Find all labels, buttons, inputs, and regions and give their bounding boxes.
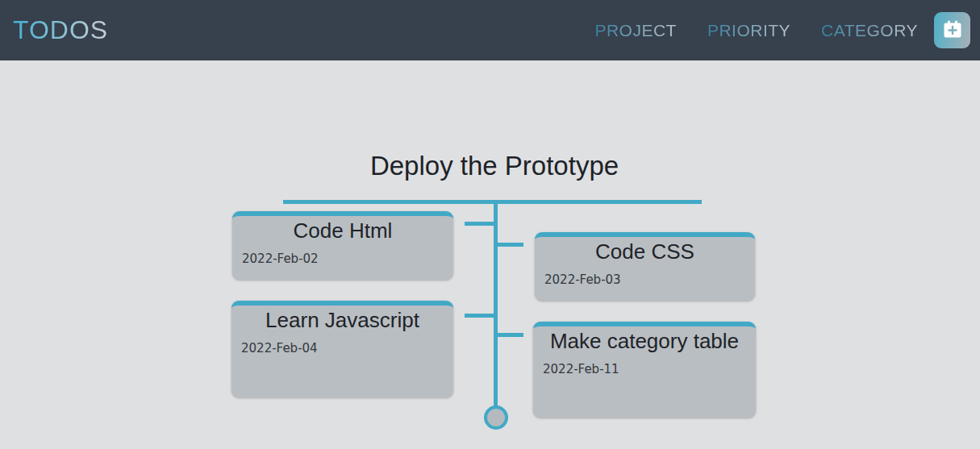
project-title: Deploy the Prototype bbox=[232, 151, 757, 181]
todo-card-code-css[interactable]: Code CSS 2022-Feb-03 bbox=[535, 232, 755, 301]
todo-card-learn-javascript[interactable]: Learn Javascript 2022-Feb-04 bbox=[231, 301, 453, 397]
todo-date: 2022-Feb-03 bbox=[544, 272, 755, 287]
brand-logo[interactable]: TODOS bbox=[13, 15, 108, 45]
timeline-view: Deploy the Prototype Code Html 2022-Feb-… bbox=[0, 60, 980, 449]
todo-title: Make category table bbox=[533, 328, 756, 355]
nav-links: PROJECT PRIORITY CATEGORY bbox=[594, 21, 918, 40]
todo-title: Code Html bbox=[232, 218, 453, 244]
navbar: TODOS PROJECT PRIORITY CATEGORY bbox=[0, 0, 980, 60]
todo-date: 2022-Feb-02 bbox=[242, 252, 453, 266]
timeline-connector bbox=[465, 314, 498, 318]
calendar-plus-icon bbox=[943, 19, 962, 41]
nav-item-priority[interactable]: PRIORITY bbox=[707, 21, 790, 40]
timeline-end-node bbox=[484, 405, 508, 430]
timeline-header-line bbox=[283, 200, 702, 204]
todo-date: 2022-Feb-04 bbox=[241, 341, 453, 355]
add-calendar-button[interactable] bbox=[934, 12, 970, 48]
todo-card-code-html[interactable]: Code Html 2022-Feb-02 bbox=[232, 211, 453, 280]
timeline-connector bbox=[465, 222, 498, 226]
nav-item-project[interactable]: PROJECT bbox=[594, 21, 677, 40]
timeline-spine bbox=[494, 202, 498, 407]
timeline-connector bbox=[494, 333, 523, 337]
todo-title: Learn Javascript bbox=[231, 307, 453, 334]
todo-date: 2022-Feb-11 bbox=[543, 362, 756, 376]
todo-card-make-category-table[interactable]: Make category table 2022-Feb-11 bbox=[533, 322, 756, 418]
timeline-connector bbox=[494, 243, 523, 247]
todo-title: Code CSS bbox=[535, 239, 755, 265]
nav-item-category[interactable]: CATEGORY bbox=[821, 21, 918, 40]
